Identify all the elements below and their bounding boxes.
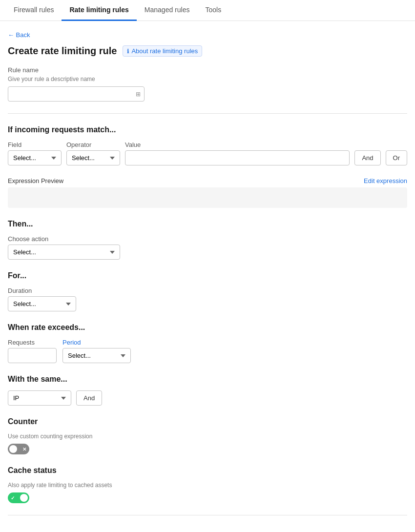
back-link[interactable]: ← Back (8, 31, 30, 39)
duration-label: Duration (8, 287, 407, 294)
counter-toggle[interactable]: ✕ (8, 444, 29, 454)
cache-toggle-thumb (20, 494, 28, 502)
value-col: Value (125, 141, 350, 165)
cache-toggle-on-icon: ✓ (11, 495, 15, 501)
period-select[interactable]: Select... (62, 348, 131, 363)
counter-toggle-wrapper: ✕ (8, 444, 29, 454)
or-button[interactable]: Or (386, 150, 407, 165)
counter-hint: Use custom counting expression (8, 433, 407, 440)
cache-status-title: Cache status (8, 466, 407, 475)
value-input[interactable] (125, 150, 350, 165)
with-same-and-button[interactable]: And (76, 390, 102, 406)
cache-toggle[interactable]: ✓ (8, 492, 29, 503)
nav-tabs: Firewall rules Rate limiting rules Manag… (0, 0, 415, 21)
with-same-select[interactable]: IP (8, 390, 71, 406)
operator-col: Operator Select... (66, 141, 120, 165)
operator-label: Operator (66, 141, 120, 148)
cache-toggle-wrapper: ✓ (8, 492, 29, 503)
rule-name-icon: ⊞ (136, 91, 141, 98)
cache-status-hint: Also apply rate limiting to cached asset… (8, 482, 407, 489)
edit-expression-link[interactable]: Edit expression (364, 177, 407, 184)
operator-select[interactable]: Select... (66, 150, 120, 165)
duration-select[interactable]: Select... (8, 296, 76, 311)
expression-preview-box (8, 187, 407, 208)
rule-name-input[interactable] (8, 86, 145, 102)
requests-label: Requests (8, 339, 57, 346)
with-same-row: IP And (8, 390, 407, 406)
rule-name-hint: Give your rule a descriptive name (8, 76, 407, 82)
field-label: Field (8, 141, 62, 148)
rate-exceeds-row: Requests Period Select... (8, 339, 407, 363)
counter-title: Counter (8, 417, 407, 426)
and-button[interactable]: And (354, 150, 380, 165)
then-title: Then... (8, 220, 407, 228)
counter-toggle-track: ✕ (8, 444, 29, 454)
value-label: Value (125, 141, 350, 148)
period-col: Period Select... (62, 339, 131, 363)
tab-tools[interactable]: Tools (197, 0, 229, 21)
cache-toggle-track: ✓ (8, 492, 29, 503)
info-icon: ℹ (127, 48, 129, 55)
expression-preview-label: Expression Preview (8, 177, 63, 184)
condition-row: Field Select... Operator Select... Value… (8, 141, 407, 165)
rate-exceeds-title: When rate exceeds... (8, 323, 407, 332)
tab-firewall-rules[interactable]: Firewall rules (6, 0, 62, 21)
tab-managed-rules[interactable]: Managed rules (137, 0, 198, 21)
choose-action-label: Choose action (8, 235, 407, 243)
field-select[interactable]: Select... (8, 150, 62, 165)
period-label: Period (62, 339, 131, 346)
about-link-label: About rate limiting rules (131, 47, 198, 55)
with-same-title: With the same... (8, 375, 407, 384)
divider-bottom (8, 515, 407, 515)
tab-rate-limiting-rules[interactable]: Rate limiting rules (62, 0, 136, 21)
rule-name-field-wrapper: ⊞ (8, 86, 145, 102)
requests-col: Requests (8, 339, 57, 363)
about-rate-limiting-link[interactable]: ℹ About rate limiting rules (123, 45, 202, 57)
page-title: Create rate limiting rule (8, 45, 117, 57)
counter-toggle-off-icon: ✕ (22, 447, 26, 452)
incoming-requests-title: If incoming requests match... (8, 125, 407, 134)
divider-1 (8, 113, 407, 114)
field-col: Field Select... (8, 141, 62, 165)
for-title: For... (8, 271, 407, 280)
action-select[interactable]: Select... (8, 245, 120, 260)
expression-preview-row: Expression Preview Edit expression (8, 177, 407, 184)
requests-input[interactable] (8, 348, 57, 363)
counter-toggle-thumb (9, 445, 17, 453)
rule-name-label: Rule name (8, 66, 407, 74)
